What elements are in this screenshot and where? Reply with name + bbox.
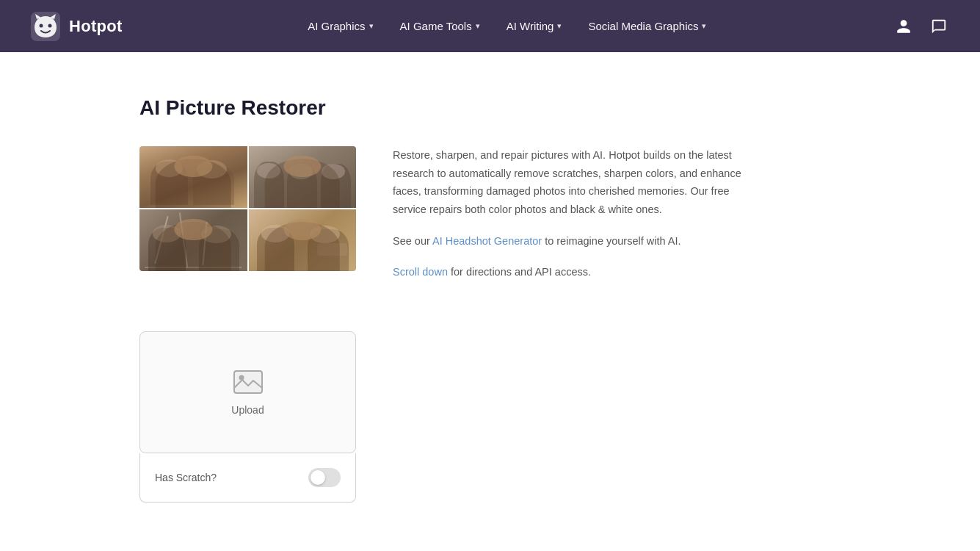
- has-scratch-toggle[interactable]: [308, 468, 341, 487]
- chevron-down-icon: ▾: [476, 21, 480, 31]
- nav-item-ai-graphics[interactable]: AI Graphics ▾: [297, 14, 383, 38]
- sample-photo-2: [249, 146, 357, 208]
- sample-photos: [139, 146, 356, 271]
- nav-item-social-media-graphics[interactable]: Social Media Graphics ▾: [578, 14, 716, 38]
- brand-name: Hotpot: [69, 17, 123, 36]
- chevron-down-icon: ▾: [369, 21, 374, 31]
- scroll-down-link[interactable]: Scroll down: [393, 266, 448, 278]
- svg-point-2: [48, 24, 52, 27]
- description-paragraph-3: Scroll down for directions and API acces…: [393, 263, 745, 281]
- navbar-actions: [892, 15, 951, 38]
- chevron-down-icon: ▾: [702, 21, 706, 31]
- ai-headshot-generator-link[interactable]: AI Headshot Generator: [432, 235, 542, 247]
- svg-rect-3: [234, 371, 262, 393]
- upload-label: Upload: [231, 404, 264, 416]
- upload-dropzone[interactable]: Upload: [139, 331, 356, 453]
- description-paragraph-1: Restore, sharpen, and repair pictures wi…: [393, 146, 745, 219]
- nav-item-ai-writing[interactable]: AI Writing ▾: [496, 14, 573, 38]
- navbar: Hotpot AI Graphics ▾ AI Game Tools ▾ AI …: [0, 0, 980, 52]
- svg-point-1: [40, 24, 43, 27]
- intro-section: Restore, sharpen, and repair pictures wi…: [139, 146, 771, 295]
- logo-icon[interactable]: [29, 10, 62, 43]
- upload-section: Upload Has Scratch?: [139, 331, 356, 503]
- svg-point-4: [239, 375, 244, 380]
- navbar-brand: Hotpot: [29, 10, 123, 43]
- upload-image-icon: [233, 369, 263, 395]
- has-scratch-option: Has Scratch?: [155, 468, 341, 487]
- has-scratch-label: Has Scratch?: [155, 472, 217, 483]
- description-paragraph-2: See our AI Headshot Generator to reimagi…: [393, 232, 745, 251]
- page-title: AI Picture Restorer: [139, 96, 771, 120]
- description: Restore, sharpen, and repair pictures wi…: [393, 146, 745, 295]
- chevron-down-icon: ▾: [557, 21, 562, 31]
- chat-button[interactable]: [927, 15, 951, 38]
- nav-item-ai-game-tools[interactable]: AI Game Tools ▾: [390, 14, 490, 38]
- sample-photo-4: [249, 209, 357, 271]
- sample-photo-1: [139, 146, 247, 208]
- navbar-menu: AI Graphics ▾ AI Game Tools ▾ AI Writing…: [297, 14, 716, 38]
- user-account-button[interactable]: [892, 15, 915, 38]
- options-box: Has Scratch?: [139, 453, 356, 503]
- sample-photo-3: [139, 209, 247, 271]
- main-content: AI Picture Restorer: [0, 52, 771, 532]
- toggle-knob: [311, 470, 325, 485]
